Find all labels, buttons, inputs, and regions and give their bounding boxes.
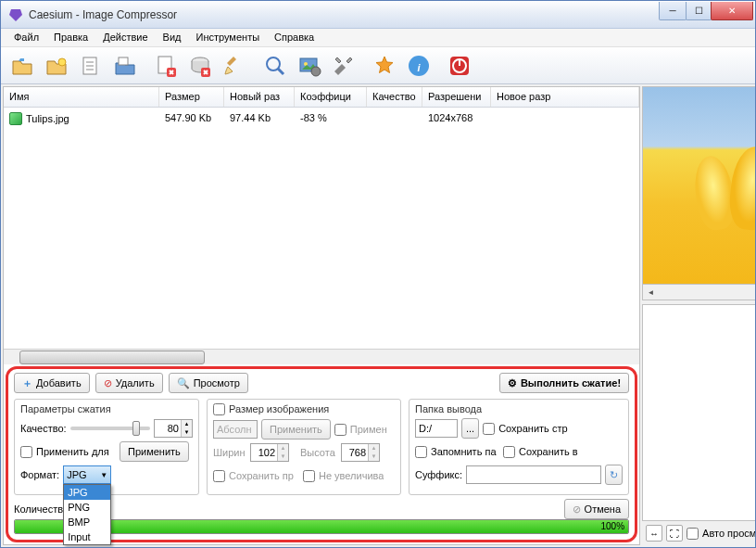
keep-ratio-label: Сохранить пр <box>229 470 299 481</box>
format-option-jpg[interactable]: JPG <box>64 485 110 500</box>
suffix-label: Суффикс: <box>415 469 462 480</box>
preview-button[interactable]: 🔍Просмотр <box>169 373 248 393</box>
cell-ratio: -83 % <box>295 110 367 127</box>
width-spinner[interactable]: ▲▼ <box>250 443 289 462</box>
menu-edit[interactable]: Правка <box>46 29 95 46</box>
resize-enable-checkbox[interactable] <box>213 403 225 415</box>
column-quality[interactable]: Качество <box>367 87 422 107</box>
preview-compressed[interactable] <box>642 304 755 521</box>
save-list-icon[interactable] <box>109 50 141 82</box>
svg-rect-2 <box>119 57 128 65</box>
height-spinner[interactable]: ▲▼ <box>341 443 380 462</box>
menu-file[interactable]: Файл <box>6 29 46 46</box>
resize-apply-cb-label: Примен <box>350 424 387 435</box>
maximize-button[interactable]: ☐ <box>686 2 712 20</box>
control-panel: ＋Добавить ⊘Удалить 🔍Просмотр ⚙Выполнить … <box>6 366 637 542</box>
cancel-button[interactable]: ⊘Отмена <box>564 499 629 519</box>
suffix-input[interactable] <box>466 465 601 484</box>
column-size[interactable]: Размер <box>159 87 224 107</box>
remember-path-checkbox[interactable] <box>415 446 427 458</box>
svg-point-10 <box>311 67 321 76</box>
compression-group-title: Параметры сжатия <box>20 403 193 414</box>
preview-original[interactable] <box>642 86 755 285</box>
column-name[interactable]: Имя <box>4 87 159 107</box>
file-type-icon <box>9 112 22 125</box>
table-body[interactable]: Tulips.jpg 547.90 Kb 97.44 Kb -83 % 1024… <box>4 108 639 349</box>
open-file-icon[interactable] <box>6 50 38 82</box>
magnifier-icon[interactable] <box>259 50 291 82</box>
preview-controls: ↔ ⛶ Авто просмотр − + <box>642 521 755 545</box>
progress-value: 100% <box>600 521 624 531</box>
quality-spinner[interactable]: ▲▼ <box>154 419 193 438</box>
cell-size: 547.90 Kb <box>159 110 224 127</box>
apply-all-label: Применить для <box>36 446 116 457</box>
info-icon[interactable]: i <box>403 50 435 82</box>
column-ratio[interactable]: Коэффици <box>295 87 367 107</box>
resize-group: Размер изображения Применить Примен Шири… <box>207 399 401 495</box>
resize-group-title: Размер изображения <box>229 403 329 415</box>
output-group: Папка вывода ... Сохранить стр Запомнить… <box>409 399 629 495</box>
image-settings-icon[interactable] <box>294 50 325 82</box>
titlebar[interactable]: Caesium - Image Compressor ─ ☐ ✕ <box>1 1 755 29</box>
menu-help[interactable]: Справка <box>267 29 321 46</box>
cell-quality <box>367 110 422 127</box>
remember-path-label: Запомнить па <box>431 446 499 457</box>
auto-preview-checkbox[interactable] <box>687 528 699 540</box>
cell-new-size: 97.44 Kb <box>224 110 295 127</box>
power-icon[interactable] <box>444 50 475 82</box>
content-area: Имя Размер Новый раз Коэффици Качество Р… <box>1 84 755 547</box>
remove-button[interactable]: ⊘Удалить <box>95 373 163 393</box>
column-new-size[interactable]: Новый раз <box>224 87 295 107</box>
menu-tools[interactable]: Инструменты <box>188 29 267 46</box>
no-enlarge-checkbox[interactable] <box>303 470 315 482</box>
resize-apply-checkbox[interactable] <box>334 424 346 436</box>
resize-mode-select[interactable] <box>213 420 258 439</box>
cell-new-res <box>491 110 639 127</box>
toolbar: i <box>1 47 755 84</box>
quality-slider[interactable] <box>70 427 150 430</box>
format-option-input[interactable]: Input <box>64 529 110 544</box>
save-in-checkbox[interactable] <box>503 446 515 458</box>
brush-icon[interactable] <box>219 50 250 82</box>
width-label: Ширин <box>213 447 246 458</box>
add-button[interactable]: ＋Добавить <box>14 373 90 393</box>
format-label: Формат: <box>20 469 59 480</box>
remove-file-icon[interactable] <box>150 50 182 82</box>
preview-scrollbar[interactable]: ◄► <box>642 285 755 300</box>
no-enlarge-label: Не увеличива <box>319 470 384 481</box>
keep-structure-checkbox[interactable] <box>483 423 495 435</box>
table-header: Имя Размер Новый раз Коэффици Качество Р… <box>4 87 639 108</box>
column-resolution[interactable]: Разрешени <box>422 87 491 107</box>
close-button[interactable]: ✕ <box>711 2 753 20</box>
resize-apply-button[interactable]: Применить <box>261 419 331 440</box>
open-folder-icon[interactable] <box>41 50 72 82</box>
keep-structure-label: Сохранить стр <box>498 423 567 434</box>
format-option-bmp[interactable]: BMP <box>64 515 110 529</box>
menu-view[interactable]: Вид <box>156 29 189 46</box>
apply-all-checkbox[interactable] <box>20 446 32 458</box>
column-new-res[interactable]: Новое разр <box>491 87 639 107</box>
horizontal-scrollbar[interactable] <box>4 349 639 364</box>
file-list-pane: Имя Размер Новый раз Коэффици Качество Р… <box>3 86 640 545</box>
fit-screen-icon[interactable]: ⛶ <box>666 525 683 542</box>
menu-action[interactable]: Действие <box>95 29 155 46</box>
svg-point-0 <box>58 58 66 66</box>
remove-drive-icon[interactable] <box>184 50 216 82</box>
add-list-icon[interactable] <box>75 50 107 82</box>
suffix-reset-button[interactable]: ↻ <box>605 465 623 485</box>
format-dropdown[interactable]: JPG PNG BMP Input <box>63 484 111 545</box>
height-label: Высота <box>300 447 337 458</box>
fit-width-icon[interactable]: ↔ <box>646 525 662 542</box>
tools-icon[interactable] <box>328 50 359 82</box>
format-select[interactable]: JPG▼ JPG PNG BMP Input <box>63 465 111 484</box>
browse-button[interactable]: ... <box>461 418 479 439</box>
minimize-button[interactable]: ─ <box>659 2 687 20</box>
star-icon[interactable] <box>369 50 400 82</box>
keep-ratio-checkbox[interactable] <box>213 470 225 482</box>
apply-button[interactable]: Применить <box>120 441 189 462</box>
table-row[interactable]: Tulips.jpg 547.90 Kb 97.44 Kb -83 % 1024… <box>4 108 639 130</box>
compress-button[interactable]: ⚙Выполнить сжатие! <box>499 373 629 393</box>
format-option-png[interactable]: PNG <box>64 500 110 515</box>
cell-name: Tulips.jpg <box>26 113 69 124</box>
output-path-input[interactable] <box>415 419 458 438</box>
